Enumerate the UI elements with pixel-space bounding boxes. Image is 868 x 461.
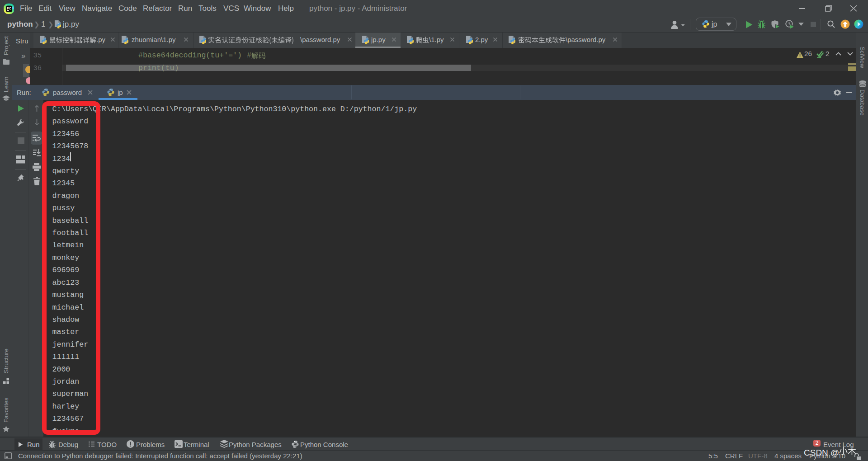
svg-text:PC: PC	[7, 6, 12, 10]
